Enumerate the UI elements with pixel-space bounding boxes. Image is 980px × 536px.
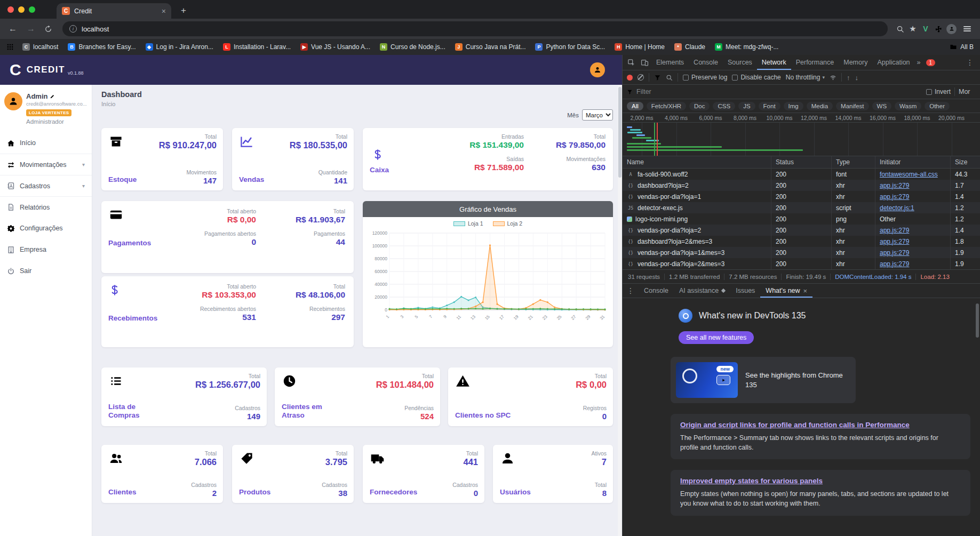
highlights-video-card[interactable]: new See the highlights from Chrome 135 — [671, 357, 856, 403]
chart-legend[interactable]: Loja 1Loja 2 — [363, 217, 613, 230]
network-request-row[interactable]: Afa-solid-900.woff2200fontfontawesome-al… — [623, 169, 980, 180]
app-scrollbar[interactable] — [618, 85, 622, 536]
header-avatar[interactable] — [590, 62, 605, 77]
bookmark-item-log-in-jira-anron[interactable]: ◆Log in - Jira Anron... — [146, 43, 213, 51]
bookmark-star-icon[interactable]: ★ — [908, 24, 918, 34]
initiator-link[interactable]: app.js:279 — [880, 238, 909, 245]
import-har-icon[interactable]: ↑ — [847, 74, 850, 82]
devtools-tab-performance[interactable]: Performance — [791, 55, 839, 70]
window-close-button[interactable] — [7, 6, 14, 13]
filter-chip-all[interactable]: All — [627, 102, 643, 110]
filter-chip-js[interactable]: JS — [738, 102, 755, 110]
network-request-row[interactable]: {}dashboard?loja=2200xhrapp.js:2791.7 — [623, 180, 980, 191]
filter-chip-img[interactable]: Img — [784, 102, 803, 110]
filter-chip-other[interactable]: Other — [925, 102, 950, 110]
initiator-link[interactable]: app.js:279 — [880, 182, 909, 189]
devtools-tab-network[interactable]: Network — [757, 55, 791, 70]
browser-tab-credit[interactable]: C Credit × — [57, 3, 171, 19]
close-icon[interactable]: × — [803, 287, 808, 295]
network-request-row[interactable]: {}vendas-por-dia?loja=2200xhrapp.js:2791… — [623, 225, 980, 236]
sidebar-item-sair[interactable]: Sair — [0, 260, 92, 282]
bookmark-item-python-for-data-sc[interactable]: PPython for Data Sc... — [535, 43, 605, 51]
initiator-link[interactable]: app.js:279 — [880, 260, 909, 268]
forward-button[interactable]: → — [23, 24, 38, 34]
devtools-menu-icon[interactable]: ⋮ — [962, 58, 978, 67]
filter-chip-css[interactable]: CSS — [713, 102, 735, 110]
preserve-log-checkbox[interactable]: Preserve log — [683, 74, 727, 81]
edit-pencil-icon[interactable] — [50, 94, 55, 99]
site-info-icon[interactable]: i — [69, 25, 77, 33]
network-filter-input[interactable] — [636, 88, 922, 95]
disable-cache-checkbox[interactable]: Disable cache — [732, 74, 780, 81]
extensions-puzzle-icon[interactable] — [934, 24, 943, 34]
filter-chip-media[interactable]: Media — [807, 102, 833, 110]
devtools-tab-memory[interactable]: Memory — [839, 55, 872, 70]
initiator-link[interactable]: app.js:279 — [880, 227, 909, 234]
clear-network-log-icon[interactable] — [638, 74, 644, 81]
scrollbar-thumb[interactable] — [976, 303, 979, 338]
devtools-tab-elements[interactable]: Elements — [651, 55, 689, 70]
filter-chip-font[interactable]: Font — [759, 102, 780, 110]
bookmark-item-claude[interactable]: *Claude — [674, 43, 705, 51]
sidebar-item-relato-rios[interactable]: Relatórios — [0, 196, 92, 218]
tab-close-icon[interactable]: × — [162, 7, 166, 15]
legend-item-loja-1[interactable]: Loja 1 — [453, 220, 483, 227]
bookmark-item-branches-for-easy[interactable]: BBranches for Easy... — [68, 43, 136, 51]
sidebar-item-empresa[interactable]: Empresa — [0, 239, 92, 260]
address-bar[interactable]: i localhost — [62, 21, 888, 36]
sidebar-item-configurac-o-es[interactable]: Configurações — [0, 218, 92, 239]
devtools-tab-sources[interactable]: Sources — [723, 55, 757, 70]
video-thumbnail[interactable]: new — [676, 362, 738, 398]
filter-chip-doc[interactable]: Doc — [689, 102, 710, 110]
bookmark-item-curso-java-na-pra-t[interactable]: JCurso Java na Prát... — [455, 43, 526, 51]
network-request-row[interactable]: {}vendas-por-dia?loja=1200xhrapp.js:2791… — [623, 191, 980, 202]
feature-link[interactable]: Origin and script links for profile and … — [680, 421, 961, 429]
devtools-tab-console[interactable]: Console — [689, 55, 723, 70]
device-toolbar-icon[interactable] — [641, 59, 649, 67]
drawer-tab-ai-assistance[interactable]: AI assistance — [674, 284, 730, 298]
drawer-tab-console[interactable]: Console — [639, 284, 674, 298]
network-request-row[interactable]: JSdetector-exec.js200scriptdetector.js:1… — [623, 202, 980, 213]
drawer-menu-icon[interactable]: ⋮ — [623, 286, 639, 295]
filter-chip-ws[interactable]: WS — [872, 102, 892, 110]
initiator-link[interactable]: app.js:279 — [880, 249, 909, 257]
play-icon[interactable] — [716, 375, 730, 385]
bookmark-item-curso-de-node-js[interactable]: NCurso de Node.js... — [380, 43, 445, 51]
bookmark-item-vue-js-usando-a[interactable]: ▶Vue JS - Usando A... — [300, 43, 370, 51]
bookmark-item-installation-larav[interactable]: LInstallation - Larav... — [223, 43, 291, 51]
vue-extension-icon[interactable]: V — [921, 24, 930, 34]
see-all-new-features-button[interactable]: See all new features — [679, 331, 754, 344]
network-overview[interactable] — [623, 123, 980, 156]
bookmark-item-home-home[interactable]: HHome | Home — [615, 43, 665, 51]
column-header-status[interactable]: Status — [771, 156, 832, 168]
filter-icon[interactable] — [654, 74, 661, 81]
filter-chip-fetch-xhr[interactable]: Fetch/XHR — [647, 102, 686, 110]
network-request-row[interactable]: {}vendas-por-dia?loja=1&mes=3200xhrapp.j… — [623, 247, 980, 258]
search-icon[interactable] — [895, 24, 905, 34]
new-tab-button[interactable]: + — [177, 5, 190, 16]
legend-item-loja-2[interactable]: Loja 2 — [493, 220, 523, 227]
sidebar-item-movimentac-o-es[interactable]: Movimentações▾ — [0, 154, 92, 175]
search-network-icon[interactable] — [666, 74, 673, 81]
month-select[interactable]: Março — [582, 109, 613, 121]
export-har-icon[interactable]: ↓ — [855, 74, 858, 82]
network-request-row[interactable]: logo-icon-mini.png200pngOther1.2 — [623, 213, 980, 225]
column-header-initiator[interactable]: Initiator — [875, 156, 951, 168]
initiator-link[interactable]: detector.js:1 — [880, 204, 914, 212]
network-conditions-icon[interactable] — [830, 74, 836, 81]
drawer-tab-what-s-new[interactable]: What's new× — [760, 284, 812, 298]
error-badge[interactable]: 1 — [926, 59, 936, 66]
browser-profile-avatar[interactable] — [946, 24, 957, 34]
network-request-row[interactable]: {}vendas-por-dia?loja=2&mes=3200xhrapp.j… — [623, 258, 980, 269]
filter-chip-manifest[interactable]: Manifest — [836, 102, 869, 110]
column-header-name[interactable]: Name — [623, 156, 771, 168]
bookmark-item-localhost[interactable]: Clocalhost — [22, 43, 58, 51]
feature-link[interactable]: Improved empty states for various panels — [680, 477, 961, 485]
column-header-type[interactable]: Type — [832, 156, 875, 168]
filter-chip-wasm[interactable]: Wasm — [895, 102, 921, 110]
more-tabs-icon[interactable]: » — [915, 59, 923, 66]
initiator-link[interactable]: fontawesome-all.css — [880, 171, 938, 178]
inspect-element-icon[interactable] — [627, 59, 635, 67]
more-filters-button[interactable]: Mor — [959, 88, 976, 95]
reload-button[interactable] — [44, 25, 52, 33]
